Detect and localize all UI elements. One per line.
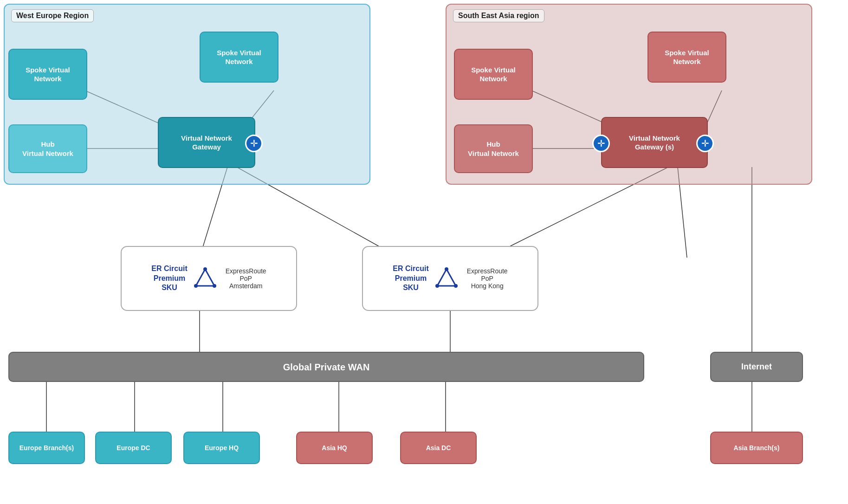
global-wan-node: Global Private WAN bbox=[8, 352, 644, 382]
west-spoke2-label: Spoke VirtualNetwork bbox=[217, 48, 261, 66]
sea-spoke1-label: Spoke VirtualNetwork bbox=[471, 65, 516, 84]
west-gateway-node: Virtual NetworkGateway bbox=[158, 117, 255, 168]
er-right-triangle-icon bbox=[435, 267, 458, 290]
sea-hub-label: HubVirtual Network bbox=[468, 140, 519, 158]
asia-branch-node: Asia Branch(s) bbox=[710, 432, 803, 464]
sea-gateway-icon2: ✛ bbox=[696, 135, 714, 152]
west-gateway-label: Virtual NetworkGateway bbox=[181, 134, 232, 152]
global-wan-label: Global Private WAN bbox=[283, 361, 370, 373]
sea-gateway-icon1: ✛ bbox=[592, 135, 610, 152]
internet-label: Internet bbox=[741, 362, 772, 372]
west-europe-label: West Europe Region bbox=[11, 9, 94, 22]
svg-point-20 bbox=[203, 267, 207, 271]
svg-point-26 bbox=[435, 284, 439, 288]
west-spoke2-node: Spoke VirtualNetwork bbox=[200, 32, 278, 83]
diagram-container: West Europe Region South East Asia regio… bbox=[0, 0, 848, 504]
europe-dc-label: Europe DC bbox=[117, 444, 150, 452]
sea-spoke2-node: Spoke VirtualNetwork bbox=[647, 32, 726, 83]
asia-hq-node: Asia HQ bbox=[296, 432, 373, 464]
asia-branch-label: Asia Branch(s) bbox=[734, 444, 780, 452]
svg-point-24 bbox=[445, 267, 448, 271]
er-left-pop-label: ExpressRoutePoPAmsterdam bbox=[226, 267, 266, 290]
sea-label: South East Asia region bbox=[453, 9, 544, 22]
svg-point-21 bbox=[213, 284, 216, 288]
west-spoke1-label: Spoke VirtualNetwork bbox=[26, 65, 70, 84]
svg-marker-19 bbox=[196, 269, 214, 286]
asia-dc-node: Asia DC bbox=[400, 432, 477, 464]
er-left-circuit-label: ER CircuitPremiumSKU bbox=[151, 264, 187, 293]
er-right-pop-label: ExpressRoutePoPHong Kong bbox=[467, 267, 508, 290]
sea-spoke2-label: Spoke VirtualNetwork bbox=[665, 48, 709, 66]
er-left-triangle-icon bbox=[194, 267, 216, 290]
svg-marker-23 bbox=[437, 269, 456, 286]
internet-node: Internet bbox=[710, 352, 803, 382]
europe-hq-node: Europe HQ bbox=[183, 432, 260, 464]
europe-branch-label: Europe Branch(s) bbox=[19, 444, 74, 452]
asia-dc-label: Asia DC bbox=[426, 444, 451, 452]
west-hub-label: HubVirtual Network bbox=[22, 140, 73, 158]
er-box-left: ER CircuitPremiumSKU ExpressRoutePoPAmst… bbox=[121, 246, 297, 311]
sea-gateway-label: Virtual NetworkGateway (s) bbox=[629, 134, 680, 152]
west-hub-node: HubVirtual Network bbox=[8, 124, 87, 173]
europe-branch-node: Europe Branch(s) bbox=[8, 432, 85, 464]
svg-point-22 bbox=[194, 284, 198, 288]
sea-gateway-node: Virtual NetworkGateway (s) bbox=[601, 117, 708, 168]
svg-point-25 bbox=[454, 284, 458, 288]
west-spoke1-node: Spoke VirtualNetwork bbox=[8, 49, 87, 100]
er-box-right: ER CircuitPremiumSKU ExpressRoutePoPHong… bbox=[362, 246, 538, 311]
west-gateway-icon: ✛ bbox=[245, 135, 263, 152]
sea-spoke1-node: Spoke VirtualNetwork bbox=[454, 49, 533, 100]
er-right-circuit-label: ER CircuitPremiumSKU bbox=[393, 264, 428, 293]
asia-hq-label: Asia HQ bbox=[322, 444, 347, 452]
europe-hq-label: Europe HQ bbox=[205, 444, 239, 452]
sea-hub-node: HubVirtual Network bbox=[454, 124, 533, 173]
europe-dc-node: Europe DC bbox=[95, 432, 172, 464]
